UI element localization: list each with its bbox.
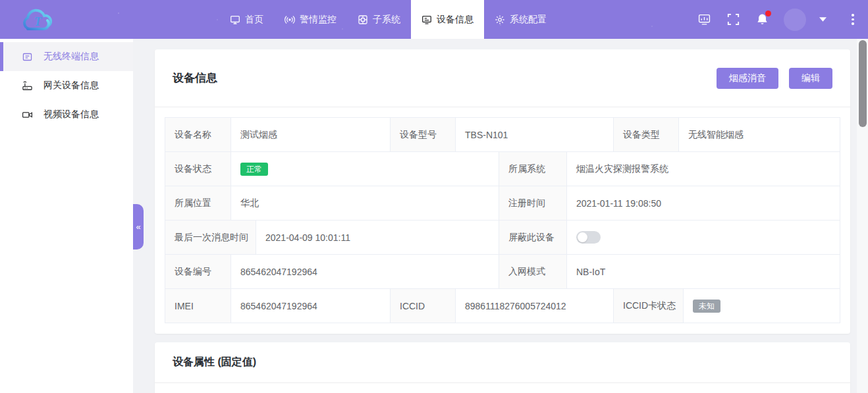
fullscreen-icon — [727, 13, 740, 26]
notifications-button[interactable] — [755, 13, 769, 27]
app-logo: T — [18, 5, 62, 34]
user-menu-button[interactable] — [815, 13, 830, 27]
nav-item-system-config[interactable]: 系统配置 — [484, 0, 557, 39]
data-screen-icon — [698, 13, 711, 26]
home-monitor-icon — [230, 14, 240, 25]
content-area: 设备信息 烟感消音 编辑 设备名称 测试烟感 设备型号 TBS-N101 设备类… — [133, 39, 857, 393]
sidebar-item-wireless-terminal[interactable]: 无线终端信息 — [0, 42, 133, 71]
nav-label: 设备信息 — [437, 14, 474, 26]
broadcast-icon — [285, 14, 295, 25]
field-label-network-mode: 入网模式 — [499, 255, 567, 288]
field-value-device-status: 正常 — [231, 152, 499, 186]
nav-label: 首页 — [245, 14, 263, 26]
kebab-menu-icon — [852, 22, 854, 25]
sidebar-item-video-device[interactable]: 视频设备信息 — [0, 100, 133, 129]
page-title: 设备信息 — [173, 70, 217, 86]
field-label-device-model: 设备型号 — [391, 118, 456, 151]
notification-badge-dot — [765, 11, 771, 16]
field-label-device-type: 设备类型 — [614, 118, 679, 151]
video-camera-icon — [22, 109, 33, 120]
topbar: T 首页 警情监控 子系统 设备信息 — [0, 0, 868, 39]
main-area: 无线终端信息 网关设备信息 视频设备信息 « 设备信息 烟感消音 — [0, 39, 868, 393]
kebab-menu-icon — [852, 18, 854, 21]
field-value-iccid-card-status: 未知 — [684, 289, 840, 323]
fullscreen-button[interactable] — [726, 13, 740, 27]
field-value-device-type: 无线智能烟感 — [679, 118, 840, 151]
field-value-imei: 865462047192964 — [231, 289, 391, 323]
scrollbar-track[interactable] — [857, 39, 868, 393]
device-info-table: 设备名称 测试烟感 设备型号 TBS-N101 设备类型 无线智能烟感 设备状态… — [165, 117, 840, 323]
toggle-knob — [578, 232, 587, 242]
table-row-device-number: 设备编号 865462047192964 入网模式 NB-IoT — [165, 255, 840, 289]
sidebar-collapse-handle[interactable]: « — [133, 204, 144, 249]
edit-button[interactable]: 编辑 — [789, 68, 832, 89]
device-info-body: 设备名称 测试烟感 设备型号 TBS-N101 设备类型 无线智能烟感 设备状态… — [155, 107, 850, 334]
field-value-system: 烟温火灾探测报警系统 — [567, 152, 840, 186]
field-label-device-status: 设备状态 — [165, 152, 231, 186]
nav-item-home[interactable]: 首页 — [219, 0, 274, 39]
field-label-location: 所属位置 — [165, 186, 231, 220]
sidebar-item-label: 网关设备信息 — [43, 80, 99, 92]
gateway-router-icon — [22, 80, 33, 92]
field-value-device-number: 865462047192964 — [231, 255, 499, 288]
field-value-device-model: TBS-N101 — [456, 118, 614, 151]
field-value-location: 华北 — [231, 186, 499, 220]
user-avatar[interactable] — [784, 9, 806, 31]
field-value-network-mode: NB-IoT — [567, 255, 840, 288]
data-screen-button[interactable] — [697, 13, 711, 27]
table-row-last-message: 最后一次消息时间 2021-04-09 10:01:11 屏蔽此设备 — [165, 221, 840, 255]
device-attrs-header: 设备属性 (固定值) — [155, 342, 850, 383]
main-nav: 首页 警情监控 子系统 设备信息 系统配置 — [219, 0, 557, 39]
field-label-device-name: 设备名称 — [165, 118, 231, 151]
nav-label: 子系统 — [373, 14, 400, 26]
field-value-iccid: 89861118276005724012 — [456, 289, 614, 323]
collapse-chevron-icon: « — [136, 222, 140, 232]
device-attrs-card: 设备属性 (固定值) — [155, 342, 850, 393]
table-row-location: 所属位置 华北 注册时间 2021-01-11 19:08:50 — [165, 186, 840, 221]
device-info-header: 设备信息 烟感消音 编辑 — [155, 49, 850, 107]
field-value-device-name: 测试烟感 — [231, 118, 391, 151]
sidebar: 无线终端信息 网关设备信息 视频设备信息 « — [0, 39, 133, 393]
table-row-imei-iccid: IMEI 865462047192964 ICCID 8986111827600… — [165, 289, 840, 323]
scrollbar-thumb[interactable] — [859, 40, 867, 127]
attrs-title: 设备属性 (固定值) — [173, 355, 256, 369]
header-buttons: 烟感消音 编辑 — [717, 68, 832, 89]
iccid-status-badge-unknown: 未知 — [693, 300, 720, 313]
field-value-last-message-time: 2021-04-09 10:01:11 — [256, 221, 499, 254]
terminal-device-icon — [22, 51, 33, 63]
field-label-last-message-time: 最后一次消息时间 — [165, 221, 256, 254]
field-label-shield-device: 屏蔽此设备 — [499, 221, 567, 254]
nav-item-subsystem[interactable]: 子系统 — [347, 0, 411, 39]
kebab-menu-icon — [852, 14, 854, 16]
nav-item-alarm-monitor[interactable]: 警情监控 — [274, 0, 347, 39]
svg-text:T: T — [34, 15, 42, 28]
device-info-card: 设备信息 烟感消音 编辑 设备名称 测试烟感 设备型号 TBS-N101 设备类… — [155, 49, 850, 334]
device-monitor-icon — [421, 14, 432, 25]
more-menu-button[interactable] — [846, 13, 860, 27]
gear-icon — [495, 14, 505, 25]
table-row-status: 设备状态 正常 所属系统 烟温火灾探测报警系统 — [165, 152, 840, 186]
nav-label: 警情监控 — [300, 14, 337, 26]
shield-device-toggle[interactable] — [576, 231, 601, 244]
topbar-actions — [682, 0, 860, 39]
field-label-iccid-card-status: ICCID卡状态 — [614, 289, 684, 323]
subsystem-grid-icon — [358, 14, 368, 25]
cloud-logo-icon: T — [18, 5, 62, 34]
field-value-register-time: 2021-01-11 19:08:50 — [567, 186, 840, 220]
device-attrs-body — [155, 383, 850, 393]
sidebar-item-label: 无线终端信息 — [43, 51, 99, 63]
field-label-register-time: 注册时间 — [499, 186, 567, 220]
sidebar-item-label: 视频设备信息 — [43, 109, 99, 120]
field-value-shield-device — [567, 221, 840, 254]
caret-down-icon — [819, 17, 827, 22]
field-label-imei: IMEI — [165, 289, 231, 323]
field-label-iccid: ICCID — [391, 289, 456, 323]
nav-label: 系统配置 — [510, 14, 547, 26]
status-badge-normal: 正常 — [240, 163, 268, 176]
field-label-device-number: 设备编号 — [165, 255, 231, 288]
sidebar-item-gateway-device[interactable]: 网关设备信息 — [0, 71, 133, 100]
field-label-system: 所属系统 — [499, 152, 567, 186]
smoke-mute-button[interactable]: 烟感消音 — [717, 68, 778, 89]
table-row-basic: 设备名称 测试烟感 设备型号 TBS-N101 设备类型 无线智能烟感 — [165, 118, 840, 152]
nav-item-device-info[interactable]: 设备信息 — [411, 0, 484, 39]
